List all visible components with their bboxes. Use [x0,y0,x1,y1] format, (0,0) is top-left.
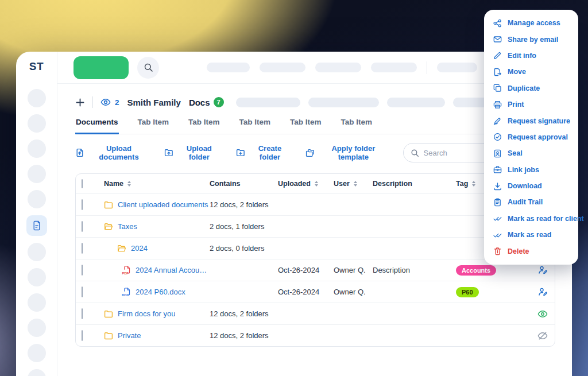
sidebar-item-placeholder[interactable] [28,89,46,107]
context-menu: Manage access Share by email Edit info M… [484,10,578,265]
tab-item-2[interactable]: Tab Item [188,118,220,134]
apply-folder-template-button[interactable]: Apply folder template [305,144,387,161]
eye-hidden-icon[interactable] [537,331,548,341]
sort-icon[interactable] [472,181,475,187]
sidebar-item-placeholder[interactable] [28,293,46,312]
sidebar-item-placeholder[interactable] [28,344,46,362]
menu-item-delete[interactable]: Delete [484,243,578,259]
row-checkbox[interactable] [82,308,83,319]
column-header-name: Name [104,180,123,188]
header-placeholder-item[interactable] [308,98,379,107]
global-search-button[interactable] [137,57,159,79]
menu-item-audit-trail[interactable]: Audit Trail [484,194,578,210]
folder-closed-icon [104,331,113,340]
tag-badge[interactable]: Accounts [456,265,496,276]
menu-item-mark-as-read[interactable]: Mark as read [484,227,578,243]
primary-action-button[interactable] [74,56,129,79]
signature-person-icon[interactable] [538,287,548,297]
table-row: Private 12 docs, 2 folders [76,324,555,346]
tab-item-1[interactable]: Tab Item [137,118,170,134]
row-checkbox[interactable] [82,243,83,254]
menu-item-download[interactable]: Download [484,178,578,194]
copy-icon [493,84,502,92]
eye-visible-icon[interactable] [537,309,548,319]
menu-item-request-signature[interactable]: Request signature [484,113,578,129]
briefcase-icon [493,165,502,174]
menu-item-link-jobs[interactable]: Link jobs [484,162,578,178]
topbar-placeholder-item[interactable] [437,63,477,72]
pencil-icon [493,51,502,60]
header-placeholder-item[interactable] [387,98,445,107]
sidebar-item-placeholder[interactable] [28,139,46,158]
topbar-placeholder-item[interactable] [207,63,250,72]
signature-person-icon[interactable] [538,265,548,275]
sidebar-item-placeholder[interactable] [28,114,46,133]
docs-count-badge: 7 [214,97,224,107]
sort-icon[interactable] [315,181,318,187]
menu-item-move[interactable]: Move [484,64,578,80]
sidebar-item-placeholder[interactable] [28,243,46,261]
select-all-checkbox[interactable] [82,179,83,188]
sidebar-item-documents[interactable] [26,215,47,236]
menu-item-manage-access[interactable]: Manage access [484,15,578,31]
sidebar-item-placeholder[interactable] [28,190,46,208]
topbar-placeholder-item[interactable] [371,63,417,72]
sort-icon[interactable] [127,181,131,187]
viewer-count: 2 [115,98,119,107]
sidebar-item-placeholder[interactable] [28,319,46,337]
tab-item-5[interactable]: Tab Item [341,118,373,134]
tab-item-3[interactable]: Tab Item [239,118,272,134]
eye-icon[interactable] [100,97,111,107]
folder-link[interactable]: Firm docs for you [118,309,175,318]
menu-item-request-approval[interactable]: Request approval [484,129,578,145]
menu-item-edit-info[interactable]: Edit info [484,48,578,64]
double-check-icon [493,231,502,239]
column-header-description: Description [373,180,412,188]
printer-icon [493,100,502,109]
table-row: DOC 2024 P60.docx Oct-26-2024 Owner Q. P… [76,281,555,303]
folder-link[interactable]: Taxes [118,222,137,231]
folder-link[interactable]: Client uploaded documents [118,200,208,209]
topbar-placeholder-item[interactable] [315,63,361,72]
topbar-placeholder-item[interactable] [260,63,305,72]
sort-icon[interactable] [354,181,357,187]
tab-documents[interactable]: Documents [75,118,119,134]
sidebar-item-placeholder[interactable] [28,369,46,376]
sidebar-item-placeholder[interactable] [28,268,46,286]
signature-pen-icon [493,117,502,125]
row-checkbox[interactable] [82,221,83,232]
contains-cell: 12 docs, 2 folders [210,331,278,340]
row-checkbox[interactable] [82,265,83,276]
page-header: 2 Smith Family Docs 7 [75,96,555,108]
add-icon[interactable] [75,98,85,107]
header-placeholder-item[interactable] [236,98,300,107]
create-folder-button[interactable]: Create folder [236,144,291,161]
sidebar-item-placeholder[interactable] [28,165,46,183]
file-link[interactable]: 2024 Annual Accounts.pdf [136,266,210,274]
contains-cell: 12 docs, 2 folders [210,309,278,318]
seal-document-icon [493,149,502,158]
menu-item-mark-as-read-for-client[interactable]: Mark as read for client [484,211,578,227]
row-checkbox[interactable] [82,199,83,210]
menu-item-share-by-email[interactable]: Share by email [484,31,578,47]
menu-item-seal[interactable]: Seal [484,145,578,161]
folder-link[interactable]: Private [118,331,141,340]
folder-link[interactable]: 2024 [131,244,148,253]
row-checkbox[interactable] [82,330,83,341]
column-header-contains: Contains [210,180,240,188]
tab-item-4[interactable]: Tab Item [289,118,322,134]
upload-folder-button[interactable]: Upload folder [164,144,220,161]
upload-documents-button[interactable]: Upload documents [75,144,149,161]
file-link[interactable]: 2024 P60.docx [136,288,185,296]
row-checkbox[interactable] [82,286,83,297]
move-file-icon [493,68,502,76]
menu-item-duplicate[interactable]: Duplicate [484,80,578,96]
app-logo: ST [29,60,44,73]
column-header-uploaded: Uploaded [278,180,311,188]
tag-badge[interactable]: P60 [456,287,479,297]
menu-item-print[interactable]: Print [484,96,578,113]
folder-open-icon [117,244,126,253]
contains-cell: 2 docs, 0 folders [210,244,278,253]
header-placeholders [236,98,503,107]
uploaded-cell: Oct-26-2024 [278,288,334,296]
